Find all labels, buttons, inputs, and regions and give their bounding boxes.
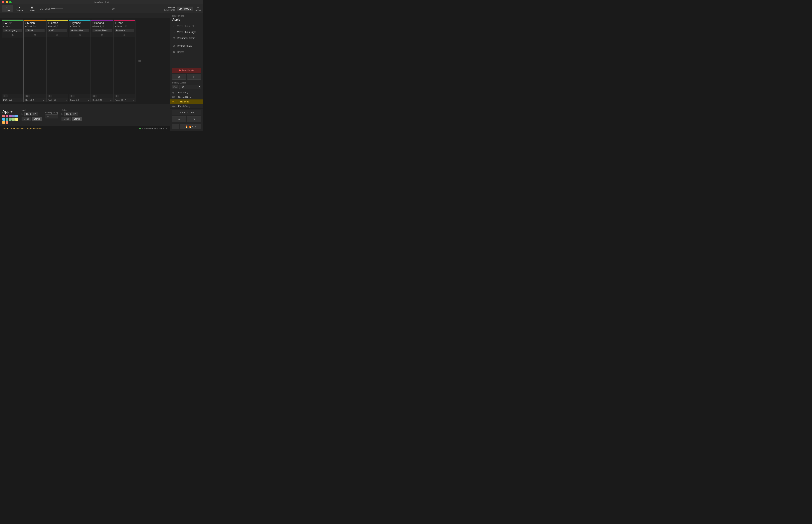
chain-column-melon[interactable]: 2 Melon Dante 3,4 DE555 ⊕ ⊞ - Dante 3,4 (24, 20, 46, 102)
autosaved-info: Default ⊘ Autosaved (163, 6, 175, 11)
input-label: Input (21, 109, 42, 111)
edit-mode-button[interactable]: EDIT MODE (177, 6, 193, 11)
input-value: Dante 1,2 (25, 112, 38, 116)
cue-badge: Q 3 (172, 101, 177, 103)
status-right: Connected 192.168.2.100 (139, 127, 168, 130)
auto-update-label: Auto Update (182, 69, 194, 71)
chain-add-plugin-icon[interactable]: ⊕ (47, 33, 68, 37)
chain-body (47, 37, 68, 94)
fire-button[interactable]: 🔥 🔥 Q 4 (180, 124, 202, 129)
color-swatch[interactable] (15, 118, 18, 120)
undo-button[interactable]: ↺ (172, 74, 186, 80)
chain-output-row: Dante 9,10 (91, 98, 113, 102)
chain-footer: ⊞ - (47, 94, 68, 98)
move-chain-right-button[interactable]: → Move Chain Right (170, 29, 203, 35)
close-button[interactable] (2, 1, 4, 3)
color-swatch[interactable] (9, 118, 12, 120)
output-mode-buttons: Mono Stereo (62, 117, 82, 121)
cuelists-button[interactable]: ≡ Cuelists (14, 5, 26, 12)
save-button[interactable]: ⊟ (187, 74, 202, 80)
bottom-chain-num: 1 (2, 106, 18, 109)
chain-add-plugin-icon[interactable]: ⊕ (24, 33, 46, 37)
color-swatch[interactable] (15, 115, 18, 117)
record-cue-button[interactable]: ● Record Cue (172, 110, 202, 115)
auto-update-button[interactable]: Auto Update (172, 68, 202, 73)
chain-dante: Dante 3,4 (24, 26, 46, 28)
cue-down-button[interactable]: ∨ (187, 116, 202, 122)
chain-add-plugin-icon[interactable]: ⊕ (2, 33, 23, 37)
status-message: Update Chain Definition Plugin Instances… (2, 127, 43, 130)
cue-item[interactable]: Q 4 Fourth Song (170, 104, 203, 109)
home-button[interactable]: ⌂ Home (2, 5, 13, 12)
main-layout: 1 Apple Dante 1,2 SSL X-DynEQ ⊕ ⊞ - Dant… (0, 13, 203, 131)
restart-chain-button[interactable]: ↺ Restart Chain (170, 43, 203, 49)
minimize-button[interactable] (5, 1, 8, 3)
library-button[interactable]: ⊞ Library (26, 5, 37, 12)
cue-badge: Q 1 (172, 92, 177, 94)
chain-number: 1 (3, 22, 4, 24)
renumber-chain-button[interactable]: ⊟ Renumber Chain (170, 35, 203, 41)
routed-chain-section: Routed Chain Apple (170, 13, 203, 23)
chain-column-banana[interactable]: 5 Banana Dante 9,10 Lustrous Plates ⊕ ⊞ … (91, 20, 113, 102)
chain-column-apple[interactable]: 1 Apple Dante 1,2 SSL X-DynEQ ⊕ ⊞ - Dant… (2, 20, 23, 102)
cue-item[interactable]: Q 1 First Song (170, 90, 203, 95)
transport-bar (0, 13, 170, 18)
library-icon: ⊞ (31, 6, 33, 9)
arrow-left-icon: ← (172, 24, 175, 28)
delete-button[interactable]: ⊗ Delete (170, 49, 203, 55)
restart-icon: ↺ (172, 45, 175, 48)
chain-footer-label: ⊞ - (48, 95, 52, 97)
autosaved-label: Default (168, 6, 175, 9)
color-swatch[interactable] (5, 115, 9, 117)
output-stereo-button[interactable]: Stereo (72, 117, 82, 121)
stereo-button[interactable]: Stereo (32, 117, 42, 121)
chain-output-row: Dante 7,8 (69, 98, 91, 102)
dsp-bar (51, 8, 63, 10)
color-swatch[interactable] (2, 121, 5, 124)
chain-plugin: DE555 (26, 29, 45, 32)
chain-column-lemon[interactable]: 3 Lemon Dante 5,6 VSS3 ⊕ ⊞ - Dante 5,6 (46, 20, 68, 102)
chain-body (24, 37, 46, 94)
cue-item[interactable]: Q 2 Second Song (170, 95, 203, 99)
cue-up-button[interactable]: ∧ (172, 116, 186, 122)
chain-add-plugin-icon[interactable]: ⊕ (91, 33, 113, 37)
color-swatch[interactable] (12, 115, 15, 117)
bottom-panel: 1 Apple Input ▶ Dante 1,2 Mono Stereo La… (0, 104, 170, 126)
chain-column-lychee[interactable]: 4 Lychee Dante 7,8 Gullfoss Live ⊕ ⊞ - D… (69, 20, 91, 102)
chain-column-pear[interactable]: 6 Pear Dante 11,12 Protoverb ⊕ ⊞ - Dante… (113, 20, 136, 102)
chain-footer-label: ⊞ - (3, 95, 7, 97)
bottom-chain-info: 1 Apple (2, 106, 18, 124)
chain-plugin: SSL X-DynEQ (3, 29, 22, 32)
chain-name-row: 3 Lemon (47, 20, 68, 26)
routed-chain-label: Routed Chain (172, 15, 201, 17)
back-button[interactable]: ← (172, 124, 179, 129)
color-swatch[interactable] (5, 118, 9, 120)
chain-add-plugin-icon[interactable]: ⊕ (114, 33, 135, 37)
color-swatch[interactable] (2, 118, 5, 120)
system-button[interactable]: ⚙ System (195, 6, 202, 11)
move-chain-left-button[interactable]: ← Move Chain Left (170, 23, 203, 29)
cue-name: Fourth Song (178, 105, 190, 108)
chain-dante: Dante 7,8 (69, 26, 91, 28)
output-mono-button[interactable]: Mono (62, 117, 71, 121)
ql-name: FOH (181, 86, 185, 88)
ql-select-dropdown[interactable]: FOH ▾ (179, 85, 202, 89)
chain-footer: ⊞ - (24, 94, 46, 98)
cue-item[interactable]: Q 3 Third Song (170, 99, 203, 104)
cuelists-label: Cuelists (16, 10, 23, 12)
chain-name-row: 6 Pear (114, 20, 135, 26)
chain-output-row: Dante 5,6 (47, 98, 68, 102)
chain-add-plugin-icon[interactable]: ⊕ (69, 33, 91, 37)
mono-button[interactable]: Mono (21, 117, 31, 121)
titlebar: transform.client (0, 0, 203, 4)
add-chain-button[interactable]: ⊕ (137, 59, 142, 63)
color-swatch[interactable] (12, 118, 15, 120)
fullscreen-button[interactable] (9, 1, 12, 3)
chain-number: 2 (26, 22, 26, 24)
color-swatch[interactable] (5, 121, 9, 124)
connected-label: Connected (142, 127, 153, 130)
chain-output-row: Dante 3,4 (24, 98, 46, 102)
chain-footer: ⊞ - (114, 94, 135, 98)
color-swatch[interactable] (2, 115, 5, 117)
color-swatch[interactable] (9, 115, 12, 117)
